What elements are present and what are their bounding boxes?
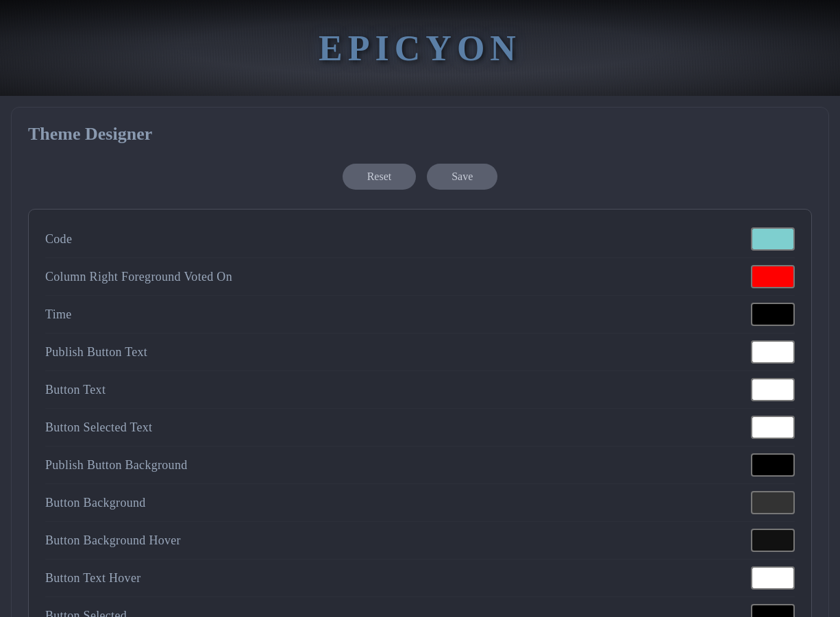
setting-label-button-text: Button Text xyxy=(45,383,106,397)
color-input-time[interactable] xyxy=(752,304,793,325)
setting-row: Column Right Foreground Voted On xyxy=(45,258,795,296)
setting-label-code: Code xyxy=(45,232,72,247)
color-input-button-background-hover[interactable] xyxy=(752,530,793,551)
setting-row: Code xyxy=(45,221,795,258)
setting-row: Publish Button Text xyxy=(45,333,795,371)
setting-row: Button Background xyxy=(45,484,795,522)
color-swatch-button-background-hover[interactable] xyxy=(751,529,795,552)
color-swatch-code[interactable] xyxy=(751,227,795,251)
color-input-button-selected-text[interactable] xyxy=(752,417,793,438)
color-input-publish-button-background[interactable] xyxy=(752,455,793,475)
color-swatch-button-background[interactable] xyxy=(751,491,795,514)
color-input-column-right-foreground-voted-on[interactable] xyxy=(752,266,793,287)
setting-label-button-selected-text: Button Selected Text xyxy=(45,420,152,435)
color-swatch-button-text-hover[interactable] xyxy=(751,566,795,590)
color-input-button-background[interactable] xyxy=(752,492,793,513)
setting-row: Button Selected xyxy=(45,597,795,617)
setting-label-button-text-hover: Button Text Hover xyxy=(45,571,141,585)
color-swatch-button-selected-text[interactable] xyxy=(751,416,795,439)
setting-label-button-background: Button Background xyxy=(45,496,146,510)
setting-label-column-right-foreground-voted-on: Column Right Foreground Voted On xyxy=(45,270,232,284)
color-swatch-time[interactable] xyxy=(751,303,795,326)
setting-row: Button Selected Text xyxy=(45,409,795,446)
setting-label-button-background-hover: Button Background Hover xyxy=(45,533,181,548)
color-input-button-text[interactable] xyxy=(752,379,793,400)
setting-label-publish-button-text: Publish Button Text xyxy=(45,345,147,360)
setting-row: Button Text Hover xyxy=(45,559,795,597)
header-banner: EPICYON xyxy=(0,0,840,96)
color-swatch-button-selected[interactable] xyxy=(751,604,795,617)
setting-row: Time xyxy=(45,296,795,333)
setting-label-time: Time xyxy=(45,307,72,322)
save-button[interactable]: Save xyxy=(427,164,497,190)
color-swatch-publish-button-text[interactable] xyxy=(751,340,795,364)
color-input-code[interactable] xyxy=(752,229,793,249)
reset-button[interactable]: Reset xyxy=(343,164,417,190)
app-title: EPICYON xyxy=(319,28,521,68)
setting-row: Button Text xyxy=(45,371,795,409)
color-swatch-column-right-foreground-voted-on[interactable] xyxy=(751,265,795,288)
setting-row: Button Background Hover xyxy=(45,522,795,559)
color-input-button-selected[interactable] xyxy=(752,605,793,617)
action-buttons-row: Reset Save xyxy=(28,164,812,190)
color-input-button-text-hover[interactable] xyxy=(752,568,793,588)
setting-label-publish-button-background: Publish Button Background xyxy=(45,458,188,473)
color-swatch-button-text[interactable] xyxy=(751,378,795,401)
color-swatch-publish-button-background[interactable] xyxy=(751,453,795,477)
color-input-publish-button-text[interactable] xyxy=(752,342,793,362)
page-title: Theme Designer xyxy=(28,124,812,144)
setting-row: Publish Button Background xyxy=(45,446,795,484)
setting-label-button-selected: Button Selected xyxy=(45,609,127,618)
settings-panel: CodeColumn Right Foreground Voted OnTime… xyxy=(28,209,812,617)
main-container: Theme Designer Reset Save CodeColumn Rig… xyxy=(11,107,829,617)
